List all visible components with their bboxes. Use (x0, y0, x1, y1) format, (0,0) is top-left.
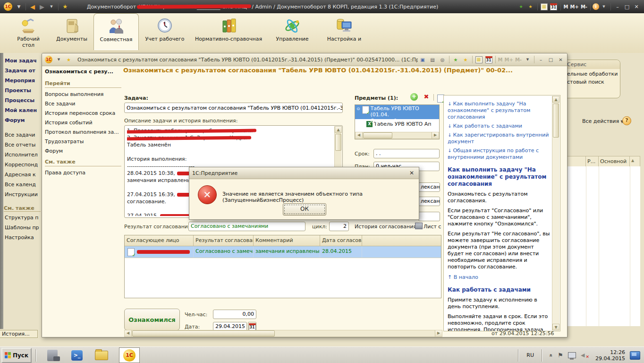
close-icon[interactable]: ✕ (407, 170, 416, 176)
sidebar-item-all-calendars[interactable]: Все календ (5, 181, 41, 189)
col-agreeing-person[interactable]: Согласующее лицо (125, 235, 194, 246)
restore-button[interactable]: □ (622, 4, 632, 10)
sidebar-item-my-calendar[interactable]: Мой кален (5, 106, 41, 114)
delete-subject-icon[interactable]: ✖ (423, 93, 430, 101)
back-button[interactable]: ◀ (28, 2, 37, 11)
back-to-top-link[interactable]: ↑ В начало (448, 274, 551, 281)
calculator-icon[interactable]: ▦ (540, 2, 549, 11)
history-bottom-button[interactable]: История... (0, 330, 38, 338)
start-button[interactable]: Пуск (1, 348, 32, 363)
col-agreement-result[interactable]: Результат согласования (194, 235, 254, 246)
sidebar-item-performers[interactable]: Исполнител (5, 151, 41, 159)
agreement-result-input[interactable]: Согласовано с замечаниями (188, 222, 305, 231)
sidebar-item-dept-tasks[interactable]: Задачи от (5, 67, 41, 75)
subject-tree-row-main[interactable]: ⊖ Табель УРВ ЮВТО (01.04. Основной (355, 105, 439, 119)
show-favorites-icon[interactable]: ★ (526, 2, 535, 11)
calculator-icon[interactable]: ▦ (475, 55, 483, 64)
nav-item-forum[interactable]: Форум (45, 148, 121, 154)
scroll-up-icon[interactable]: ▲ (335, 126, 342, 133)
sort-up-icon[interactable]: ▲ (630, 156, 640, 167)
show-hidden-icons-button[interactable]: « (548, 354, 554, 357)
sidebar-item-my-tasks[interactable]: Мои задач (5, 57, 41, 65)
add-subject-icon[interactable]: + (410, 93, 418, 101)
taskbar-explorer-icon[interactable] (94, 348, 109, 363)
tab-collaboration[interactable]: Совместная (93, 13, 139, 50)
tab-documents[interactable]: Документы (50, 13, 93, 50)
memory-m-minus-button[interactable]: M- (581, 4, 587, 9)
help-link-how-to-perform[interactable]: ↓Как выполнить задачу "На ознакомление" … (448, 101, 551, 121)
sidebar-item-all-tasks[interactable]: Все задачи (5, 131, 41, 139)
performer-input-fragment[interactable]: лексан (418, 197, 440, 206)
minimize-button[interactable]: – (613, 4, 622, 10)
more-chevron-icon[interactable]: ▼ (523, 55, 532, 64)
tab-management[interactable]: Управление (266, 13, 318, 50)
service-item-fulltext-search[interactable]: стовый поиск (560, 77, 620, 85)
sidebar-item-processes[interactable]: Процессы (5, 96, 41, 104)
help-question-button[interactable]: ? (622, 116, 631, 125)
action-center-flag-icon[interactable]: ⚑ (558, 352, 563, 359)
manhours-input[interactable]: 0,00 (213, 310, 256, 319)
scroll-thumb[interactable] (363, 132, 392, 138)
scroll-left-icon[interactable]: ◀ (356, 132, 363, 138)
sidebar-item-events[interactable]: Мероприя (5, 77, 41, 85)
taskbar-server-manager-icon[interactable] (45, 348, 59, 363)
collapse-icon[interactable]: ⊖ (356, 106, 360, 111)
background-col-main[interactable]: Основной (599, 156, 630, 167)
tab-settings-admin[interactable]: Настройка и (318, 13, 370, 50)
col-comment[interactable]: Комментарий (254, 235, 320, 246)
empty-input-fragment[interactable] (418, 212, 440, 221)
sidebar-item-correspondents[interactable]: Корреспонд (5, 161, 41, 169)
close-button[interactable]: ✕ (632, 4, 641, 10)
favorites-star-icon[interactable]: ★ (61, 2, 69, 11)
main-menu-chevron-icon[interactable]: ▼ (15, 2, 23, 11)
sidebar-item-templates[interactable]: Шаблоны пр (5, 224, 41, 232)
forward-button[interactable]: ▶ (38, 2, 46, 11)
main-window-titlebar[interactable]: 1С ▼ ◀ ▶ ▼ ★ Документооборот КГАУ "Управ… (0, 0, 644, 13)
col-agreement-date[interactable]: Дата согласования (320, 235, 362, 246)
sidebar-item-address-book[interactable]: Адресная к (5, 171, 41, 179)
agreement-sheet-link[interactable]: Лист согласовани (424, 224, 441, 230)
info-icon[interactable]: i (593, 3, 599, 10)
service-item-external-processors[interactable]: ельные обработки (560, 69, 620, 77)
error-dialog-titlebar[interactable]: 1С:Предприятие ✕ (189, 167, 419, 179)
help-scrollbar[interactable]: ▲ ▼ (552, 96, 559, 330)
favorites-star-icon[interactable]: ★ (64, 55, 73, 64)
memory-m-button[interactable]: M (564, 4, 568, 9)
agreement-history-link[interactable]: История согласования (355, 224, 416, 230)
sidebar-item-instructions[interactable]: Инструкции (5, 190, 41, 199)
network-icon[interactable] (568, 352, 576, 358)
nav-item-execution-protocol[interactable]: Протокол выполнения за... (45, 129, 121, 135)
add-favorite-icon[interactable]: ★ (517, 2, 525, 11)
print-preview-icon[interactable]: ◎ (438, 55, 447, 64)
task-window-titlebar[interactable]: 1С ▼ ★ Ознакомиться с результатом соглас… (42, 53, 567, 66)
nav-item-all-tasks[interactable]: Все задачи (45, 101, 121, 107)
deadline-input[interactable]: . . (373, 149, 440, 158)
calendar-icon[interactable]: 31 (550, 2, 558, 11)
minimize-button[interactable]: – (536, 55, 545, 64)
task-input[interactable]: Ознакомиться с результатом согласования … (124, 103, 343, 113)
window-menu-chevron-icon[interactable]: ▼ (54, 55, 63, 64)
sidebar-item-projects[interactable]: Проекты (5, 86, 41, 95)
taskbar-clock[interactable]: 12:26 29.04.2015 (595, 349, 625, 362)
calendar-icon[interactable]: 31 (484, 55, 493, 64)
scroll-right-icon[interactable]: ▶ (435, 330, 442, 337)
taskbar-1c-active-icon[interactable]: 1С (119, 347, 140, 363)
sidebar-scrollbar[interactable] (0, 53, 3, 329)
nav-item-execution-questions[interactable]: Вопросы выполнения (45, 91, 121, 97)
close-button[interactable]: ✕ (556, 55, 565, 64)
help-link-work-with-tasks[interactable]: ↓Как работать с задачами (448, 123, 551, 130)
tab-desktop[interactable]: Рабочийстол (7, 13, 50, 50)
nav-item-event-history[interactable]: История событий (45, 120, 121, 126)
scroll-thumb[interactable] (553, 104, 559, 138)
show-favorites-icon[interactable]: ★ (461, 55, 470, 64)
sidebar-item-forum[interactable]: Форум (5, 116, 41, 124)
help-link-general-instruction[interactable]: ↓Общая инструкция по работе с внутренним… (448, 147, 551, 161)
background-col-r[interactable]: Р... (586, 156, 599, 167)
nav-item-access-rights[interactable]: Права доступа (45, 170, 121, 176)
scroll-thumb[interactable] (132, 330, 275, 337)
nav-item-labor-costs[interactable]: Трудозатраты (45, 138, 121, 145)
tab-reference-info[interactable]: Нормативно-справочная (191, 13, 266, 50)
taskbar-powershell-icon[interactable]: >_ (70, 348, 84, 363)
scroll-down-icon[interactable]: ▼ (552, 324, 559, 330)
scroll-left-icon[interactable]: ◀ (125, 330, 132, 337)
